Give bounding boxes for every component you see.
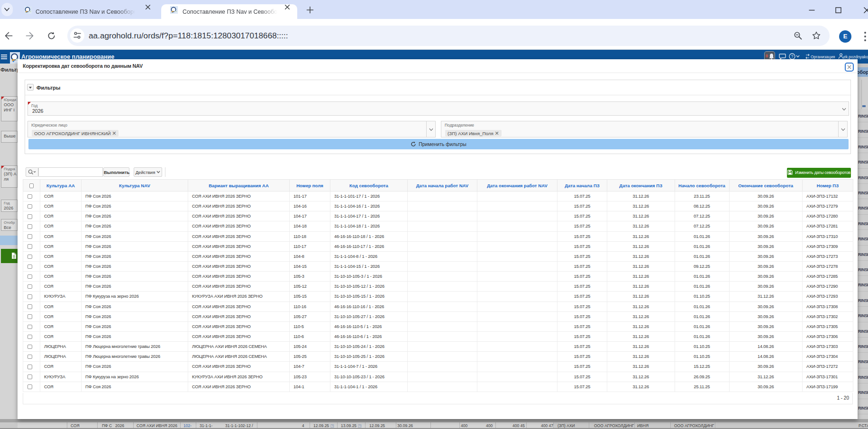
svg-text:?: ?	[791, 54, 794, 59]
